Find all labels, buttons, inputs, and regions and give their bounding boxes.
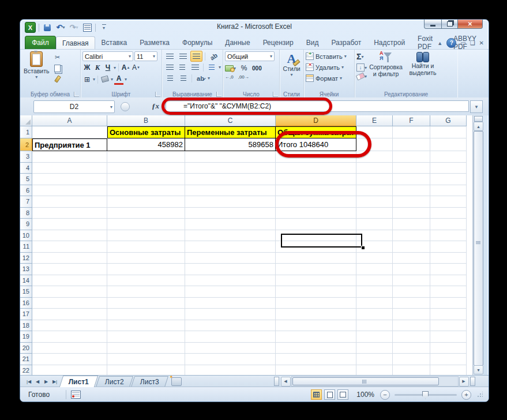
cell-E8[interactable] [356, 208, 393, 219]
cell-C9[interactable] [185, 219, 276, 230]
scroll-left-icon[interactable]: ◀ [281, 377, 291, 387]
cell-D5[interactable] [276, 174, 356, 185]
row-header-16[interactable]: 16 [20, 298, 32, 309]
cell-G19[interactable] [430, 331, 467, 343]
sheet-tab-Лист1[interactable]: Лист1 [59, 376, 99, 387]
row-header-3[interactable]: 3 [20, 151, 32, 163]
cell-F16[interactable] [393, 298, 430, 309]
cell-C13[interactable] [185, 264, 276, 275]
workbook-restore-icon[interactable]: ❏ [470, 40, 475, 46]
row-header-9[interactable]: 9 [20, 219, 32, 230]
cell-C18[interactable] [185, 320, 276, 332]
align-left-button[interactable] [164, 62, 175, 73]
cell-G7[interactable] [430, 196, 467, 208]
cell-B12[interactable] [107, 253, 185, 264]
cell-D13[interactable] [276, 264, 356, 275]
ribbon-tab-Рецензир[interactable]: Рецензир [257, 36, 300, 49]
row-header-2[interactable]: 2 [20, 138, 32, 151]
scroll-right-icon[interactable]: ▶ [459, 377, 469, 387]
insert-cells-button[interactable]: Вставить ▾ [306, 51, 352, 62]
redo-button[interactable]: ↷▾ [69, 22, 79, 32]
row-header-6[interactable]: 6 [20, 185, 32, 197]
zoom-level[interactable]: 100% [356, 391, 374, 399]
find-select-button[interactable]: Найти и выделить [405, 51, 441, 76]
cell-F14[interactable] [393, 275, 430, 287]
row-header-7[interactable]: 7 [20, 196, 32, 208]
cell-B10[interactable] [107, 230, 185, 242]
cell-B22[interactable] [107, 365, 185, 376]
ribbon-tab-Данные[interactable]: Данные [219, 36, 256, 49]
cell-C8[interactable] [185, 208, 276, 219]
cell-G8[interactable] [430, 208, 467, 219]
vertical-scrollbar[interactable]: ▲ ▼ [472, 115, 483, 375]
row-header-5[interactable]: 5 [20, 174, 32, 185]
cell-A15[interactable] [32, 286, 107, 298]
cell-B2[interactable]: 458982 [107, 138, 185, 151]
cell-E21[interactable] [356, 354, 393, 365]
cell-D12[interactable] [276, 253, 356, 264]
row-header-12[interactable]: 12 [20, 253, 32, 264]
cell-G2[interactable] [430, 138, 467, 151]
excel-app-icon[interactable]: X [25, 22, 36, 33]
workbook-minimize-icon[interactable]: ▭ [460, 40, 465, 46]
styles-button[interactable]: А Стили ▾ [281, 52, 302, 78]
formula-input[interactable]: ="Итого"&" "&СУММ(B2:C2) [166, 100, 469, 112]
insert-worksheet-button[interactable] [171, 377, 182, 386]
cell-E3[interactable] [356, 151, 393, 163]
italic-button[interactable]: К [93, 63, 102, 72]
cell-B4[interactable] [107, 163, 185, 174]
horizontal-scroll-thumb[interactable] [292, 377, 439, 385]
cell-B21[interactable] [107, 354, 185, 365]
cell-D19[interactable] [276, 331, 356, 343]
align-bottom-button[interactable] [190, 51, 202, 62]
cell-G17[interactable] [430, 309, 467, 320]
print-preview-button[interactable] [82, 22, 92, 32]
row-header-10[interactable]: 10 [20, 230, 32, 242]
cell-B11[interactable] [107, 241, 185, 253]
fx-icon[interactable]: ƒx [152, 102, 159, 111]
scroll-up-icon[interactable]: ▲ [474, 122, 483, 131]
cell-D9[interactable] [276, 219, 356, 230]
cell-C10[interactable] [185, 230, 276, 242]
cell-B14[interactable] [107, 275, 185, 287]
cell-G5[interactable] [430, 174, 467, 185]
column-header-B[interactable]: B [107, 115, 185, 126]
cell-B15[interactable] [107, 286, 185, 298]
column-header-A[interactable]: A [32, 115, 107, 126]
cell-G11[interactable] [430, 241, 467, 253]
cell-A13[interactable] [32, 264, 107, 275]
dialog-launcher-icon[interactable] [155, 92, 160, 97]
row-header-22[interactable]: 22 [20, 365, 32, 376]
sort-filter-button[interactable]: АЯ Сортировка и фильтр [368, 51, 404, 77]
cell-G22[interactable] [430, 365, 467, 376]
cell-D8[interactable] [276, 208, 356, 219]
next-sheet-button[interactable]: ▶ [42, 377, 50, 385]
cell-D14[interactable] [276, 275, 356, 287]
cell-D4[interactable] [276, 163, 356, 174]
cell-F19[interactable] [393, 331, 430, 343]
cell-D3[interactable] [276, 151, 356, 163]
row-header-15[interactable]: 15 [20, 286, 32, 298]
cell-B20[interactable] [107, 343, 185, 354]
cell-C21[interactable] [185, 354, 276, 365]
macro-record-icon[interactable] [71, 391, 81, 399]
fill-color-button[interactable] [100, 75, 110, 84]
help-icon[interactable]: ? [446, 38, 456, 48]
cell-E2[interactable] [356, 138, 393, 151]
cell-A6[interactable] [32, 185, 107, 197]
row-header-13[interactable]: 13 [20, 264, 32, 275]
row-header-14[interactable]: 14 [20, 275, 32, 287]
cell-C15[interactable] [185, 286, 276, 298]
cell-B16[interactable] [107, 298, 185, 309]
dialog-launcher-icon[interactable] [74, 92, 79, 97]
merge-center-button[interactable] [206, 62, 217, 73]
cell-A1[interactable] [32, 126, 107, 138]
save-button[interactable] [42, 22, 52, 32]
percent-format-button[interactable]: % [239, 63, 249, 73]
row-header-4[interactable]: 4 [20, 163, 32, 174]
cell-B19[interactable] [107, 331, 185, 343]
cell-B18[interactable] [107, 320, 185, 332]
cell-B6[interactable] [107, 185, 185, 197]
cell-G4[interactable] [430, 163, 467, 174]
row-header-8[interactable]: 8 [20, 208, 32, 219]
